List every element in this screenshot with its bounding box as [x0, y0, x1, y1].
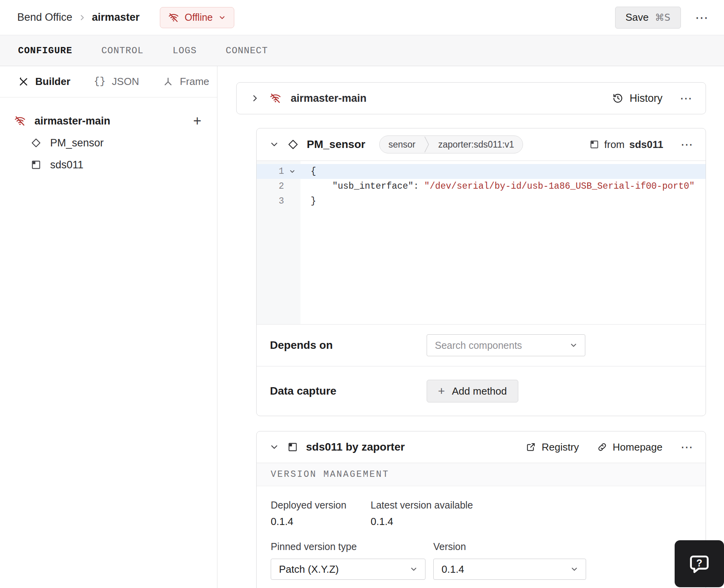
diamond-icon — [31, 137, 42, 148]
tree-root-label: airmaster-main — [34, 115, 110, 127]
depends-on-select[interactable]: Search components — [427, 334, 585, 356]
page-body: Builder {} JSON Frame — [0, 66, 724, 588]
external-link-icon — [526, 442, 536, 452]
diamond-icon — [287, 139, 299, 150]
expand-chevron-right-icon[interactable] — [250, 93, 260, 103]
tree-item-component[interactable]: PM_sensor — [14, 132, 206, 154]
tree-item-label: PM_sensor — [50, 137, 104, 149]
chevron-right-icon — [78, 13, 87, 22]
machine-status-dropdown[interactable]: Offline — [160, 7, 234, 28]
tab-logs[interactable]: LOGS — [172, 45, 197, 56]
version-select[interactable]: 0.1.4 — [433, 559, 586, 580]
collapse-chevron-down-icon[interactable] — [269, 139, 279, 150]
config-mode-switcher: Builder {} JSON Frame — [0, 66, 217, 97]
tab-connect[interactable]: CONNECT — [226, 45, 268, 56]
pinned-version-type-select[interactable]: Patch (X.Y.Z) — [271, 559, 425, 580]
code-text: } — [300, 196, 316, 206]
history-label: History — [630, 92, 662, 105]
deployed-version-value: 0.1.4 — [271, 516, 371, 528]
code-token-brace: { — [311, 166, 316, 177]
homepage-label: Homepage — [613, 441, 662, 453]
add-method-label: Add method — [452, 385, 507, 397]
component-title: PM_sensor — [307, 138, 365, 151]
tab-control[interactable]: CONTROL — [101, 45, 144, 56]
history-clock-icon — [612, 93, 623, 104]
help-bubble-icon: ? — [686, 550, 713, 577]
fold-chevron-down-icon[interactable] — [284, 168, 300, 175]
chevron-down-icon — [569, 341, 578, 350]
machine-tabs: CONFIGURE CONTROL LOGS CONNECT — [0, 35, 724, 66]
module-icon — [31, 159, 42, 170]
chevron-down-icon — [409, 565, 418, 574]
module-icon — [589, 139, 599, 150]
tree-item-module[interactable]: sds011 — [14, 154, 206, 176]
version-labels-row: Deployed version Latest version availabl… — [271, 500, 691, 511]
latest-version-label: Latest version available — [371, 500, 473, 511]
add-component-button[interactable]: + — [188, 114, 206, 128]
save-label: Save — [626, 11, 649, 23]
component-badges: sensor zaporter:sds011:v1 — [379, 135, 523, 153]
top-header: Bend Office airmaster Offline Save ⌘S ⋯ — [0, 0, 724, 35]
data-capture-label: Data capture — [270, 385, 427, 397]
mode-builder[interactable]: Builder — [18, 76, 71, 88]
code-line-1: 1 { — [257, 164, 706, 179]
wifi-off-icon — [270, 92, 281, 104]
history-button[interactable]: History — [612, 92, 662, 105]
version-management-content: Deployed version Latest version availabl… — [257, 486, 706, 588]
machine-status-label: Offline — [185, 12, 213, 23]
homepage-link[interactable]: Homepage — [597, 441, 662, 453]
badge-divider-icon — [424, 136, 429, 153]
collapse-chevron-down-icon[interactable] — [269, 442, 279, 452]
pinned-version-type-slot: Patch (X.Y.Z) — [271, 559, 433, 580]
mode-json-label: JSON — [112, 76, 139, 88]
tree-item-machine-part[interactable]: airmaster-main + — [14, 110, 206, 132]
data-capture-section: Data capture + Add method — [257, 366, 706, 416]
tab-configure[interactable]: CONFIGURE — [18, 45, 72, 56]
header-overflow-menu-button[interactable]: ⋯ — [695, 11, 708, 24]
line-number: 2 — [257, 181, 284, 191]
attributes-code-editor[interactable]: 1 { 2 "usb_interface": "/dev/serial/by-i… — [257, 161, 706, 324]
breadcrumb-machine-name: airmaster — [92, 11, 140, 23]
latest-version-value: 0.1.4 — [371, 516, 393, 528]
add-method-button[interactable]: + Add method — [427, 380, 518, 402]
breadcrumb-location[interactable]: Bend Office — [17, 11, 72, 23]
component-card: PM_sensor sensor zaporter:sds011:v1 from… — [256, 128, 706, 416]
depends-on-section: Depends on Search components — [257, 324, 706, 366]
wifi-off-icon — [168, 12, 179, 23]
help-question-glyph: ? — [696, 557, 702, 568]
module-card: sds011 by zaporter Registry — [256, 431, 706, 588]
component-model-badge: zaporter:sds011:v1 — [429, 136, 523, 153]
tools-icon — [18, 76, 29, 87]
version-label: Version — [433, 541, 466, 552]
registry-link[interactable]: Registry — [526, 441, 579, 453]
mode-frame-label: Frame — [180, 76, 209, 88]
mode-frame[interactable]: Frame — [163, 76, 209, 88]
wifi-off-icon — [14, 115, 26, 127]
version-value: 0.1.4 — [442, 563, 464, 575]
help-button[interactable]: ? — [675, 540, 724, 587]
component-type-badge: sensor — [380, 136, 424, 153]
registry-label: Registry — [541, 441, 579, 453]
chevron-down-icon — [218, 14, 226, 22]
from-label: from — [604, 139, 624, 151]
code-token-brace: } — [311, 196, 316, 206]
deployed-version-label: Deployed version — [271, 500, 371, 511]
code-token-colon: : — [413, 181, 424, 191]
version-management-header: VERSION MANAGEMENT — [257, 463, 706, 486]
component-card-actions: from sds011 ⋯ — [589, 138, 693, 151]
frame-axes-icon — [163, 76, 174, 87]
editor-lines: 1 { 2 "usb_interface": "/dev/serial/by-i… — [257, 161, 706, 209]
tree-item-label: sds011 — [50, 159, 83, 171]
from-module-link[interactable]: from sds011 — [589, 139, 663, 151]
component-card-menu-button[interactable]: ⋯ — [681, 138, 693, 151]
module-card-menu-button[interactable]: ⋯ — [681, 441, 693, 453]
save-button[interactable]: Save ⌘S — [615, 7, 681, 29]
machine-part-card: airmaster-main History ⋯ — [236, 82, 706, 114]
machine-card-menu-button[interactable]: ⋯ — [680, 92, 692, 105]
depends-on-placeholder: Search components — [435, 340, 522, 351]
component-card-header: PM_sensor sensor zaporter:sds011:v1 from… — [257, 128, 706, 161]
braces-icon: {} — [94, 76, 106, 87]
from-module-name: sds011 — [629, 139, 663, 151]
mode-json[interactable]: {} JSON — [94, 76, 139, 88]
pinned-version-type-value: Patch (X.Y.Z) — [279, 563, 339, 575]
